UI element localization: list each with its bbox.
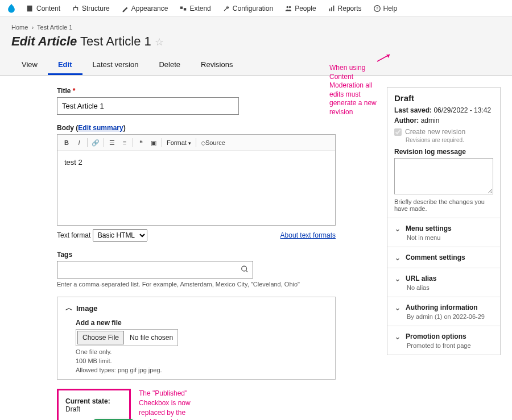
wysiwyg-editor: B I 🔗 ☰ ≡ ❝ ▣ Format ▾ ◇ Source test 2: [57, 134, 336, 226]
tab-latest-version[interactable]: Latest version: [82, 56, 149, 75]
file-status-text: No file chosen: [125, 334, 177, 342]
sidebar-status: Draft: [394, 93, 493, 103]
body-label: Body (Edit summary): [57, 124, 336, 132]
link-icon[interactable]: 🔗: [90, 137, 101, 148]
primary-tabs: View Edit Latest version Delete Revision…: [11, 56, 501, 75]
moderation-area: Current state: Draft Change to Draft Pub…: [57, 389, 336, 420]
format-dropdown[interactable]: Format ▾: [164, 139, 193, 146]
breadcrumb-current: Test Article 1: [37, 24, 72, 31]
page-header: Home › Test Article 1 Edit Article Test …: [0, 17, 512, 76]
annotation-revision: When using Content Moderation all edits …: [329, 64, 386, 117]
chevron-down-icon: ⌄: [394, 224, 401, 233]
url-alias-sub: No alias: [407, 284, 493, 291]
revision-log-help: Briefly describe the changes you have ma…: [394, 198, 493, 212]
tags-field-group: Tags Enter a comma-separated list. For e…: [57, 251, 336, 288]
bold-icon[interactable]: B: [61, 137, 72, 148]
image-summary[interactable]: ︿ Image: [65, 303, 327, 313]
image-details: ︿ Image Add a new file Choose File No fi…: [57, 297, 336, 380]
moderation-state-box: Current state: Draft Change to Draft Pub…: [57, 389, 131, 420]
breadcrumb: Home › Test Article 1: [11, 24, 501, 31]
revision-log-label: Revision log message: [394, 148, 493, 156]
svg-line-11: [246, 271, 248, 272]
toolbar-help[interactable]: ?Help: [368, 0, 403, 16]
svg-point-10: [242, 266, 247, 271]
svg-text:?: ?: [376, 6, 378, 10]
tags-input[interactable]: [57, 261, 253, 278]
chevron-down-icon: ⌄: [394, 253, 401, 262]
accordion-authoring-info[interactable]: ⌄ Authoring information: [394, 303, 493, 312]
title-label: Title *: [57, 87, 336, 95]
toolbar-extend[interactable]: Extend: [174, 0, 216, 16]
source-button[interactable]: ◇ Source: [199, 137, 228, 148]
current-state-row: Current state: Draft: [65, 397, 122, 413]
create-revision-checkbox: [394, 128, 402, 136]
svg-rect-2: [184, 8, 186, 10]
number-list-icon[interactable]: ≡: [119, 137, 130, 148]
arrow-icon: [376, 52, 393, 64]
search-icon: [241, 265, 249, 275]
svg-rect-7: [333, 5, 334, 11]
accordion-url-alias[interactable]: ⌄ URL alias: [394, 274, 493, 283]
title-input[interactable]: [57, 97, 239, 115]
toolbar-content[interactable]: Content: [20, 0, 66, 16]
file-help-3: Allowed types: png gif jpg jpeg.: [76, 367, 327, 373]
accordion-promotion-options[interactable]: ⌄ Promotion options: [394, 332, 493, 341]
tags-help: Enter a comma-separated list. For exampl…: [57, 281, 336, 288]
breadcrumb-home[interactable]: Home: [11, 24, 28, 31]
toolbar-structure[interactable]: Structure: [66, 0, 115, 16]
add-file-label: Add a new file: [76, 319, 327, 327]
promotion-sub: Promoted to front page: [407, 342, 493, 349]
menu-settings-sub: Not in menu: [407, 234, 493, 241]
star-icon[interactable]: ☆: [155, 36, 164, 48]
file-help-1: One file only.: [76, 348, 327, 355]
accordion-comment-settings[interactable]: ⌄ Comment settings: [394, 253, 493, 262]
chevron-down-icon: ⌄: [394, 303, 401, 312]
body-field-group: Body (Edit summary) B I 🔗 ☰ ≡ ❝ ▣ Format…: [57, 124, 336, 242]
drupal-logo-icon[interactable]: [6, 3, 17, 14]
svg-rect-1: [180, 6, 183, 9]
revisions-required: Revisions are required.: [406, 137, 493, 143]
text-format-selector: Text format Basic HTML: [57, 229, 147, 242]
tab-revisions[interactable]: Revisions: [191, 56, 243, 75]
annotation-workflow: The "Published" Checkbox is now replaced…: [139, 389, 207, 420]
svg-point-4: [289, 6, 291, 8]
authoring-sub: By admin (1) on 2022-06-29: [407, 313, 493, 320]
svg-rect-6: [331, 7, 332, 11]
toolbar-appearance[interactable]: Appearance: [115, 0, 174, 16]
svg-rect-5: [329, 9, 330, 11]
image-icon[interactable]: ▣: [148, 137, 159, 148]
svg-point-3: [287, 6, 289, 8]
italic-icon[interactable]: I: [73, 137, 85, 148]
about-text-formats-link[interactable]: About text formats: [280, 231, 336, 239]
admin-toolbar: Content Structure Appearance Extend Conf…: [0, 0, 512, 17]
tab-edit[interactable]: Edit: [48, 56, 82, 75]
sidebar: Draft Last saved: 06/29/2022 - 13:42 Aut…: [387, 87, 501, 355]
svg-rect-0: [27, 5, 32, 11]
toolbar-people[interactable]: People: [279, 0, 321, 16]
accordion-menu-settings[interactable]: ⌄ Menu settings: [394, 224, 493, 233]
chevron-down-icon: ⌄: [394, 332, 401, 341]
toolbar-configuration[interactable]: Configuration: [217, 0, 279, 16]
revision-log-textarea[interactable]: [394, 158, 493, 194]
page-title: Edit Article Test Article 1 ☆: [11, 34, 501, 49]
tab-view[interactable]: View: [11, 56, 48, 75]
editor-toolbar: B I 🔗 ☰ ≡ ❝ ▣ Format ▾ ◇ Source: [57, 135, 335, 151]
text-format-select[interactable]: Basic HTML: [93, 229, 147, 242]
tab-delete[interactable]: Delete: [148, 56, 191, 75]
tags-label: Tags: [57, 251, 336, 259]
toolbar-reports[interactable]: Reports: [322, 0, 368, 16]
create-revision-row: Create new revision: [394, 128, 493, 136]
editor-body[interactable]: test 2: [57, 151, 335, 225]
choose-file-button[interactable]: Choose File: [77, 331, 124, 344]
last-saved: Last saved: 06/29/2022 - 13:42: [394, 106, 493, 114]
file-help-2: 100 MB limit.: [76, 357, 327, 364]
file-input[interactable]: Choose File No file chosen: [76, 329, 178, 346]
chevron-down-icon: ⌄: [394, 274, 401, 283]
title-field-group: Title *: [57, 87, 336, 115]
quote-icon[interactable]: ❝: [135, 137, 147, 148]
bullet-list-icon[interactable]: ☰: [106, 137, 118, 148]
author: Author: admin: [394, 117, 493, 124]
chevron-up-icon: ︿: [65, 303, 73, 313]
edit-summary-link[interactable]: Edit summary: [78, 124, 123, 132]
